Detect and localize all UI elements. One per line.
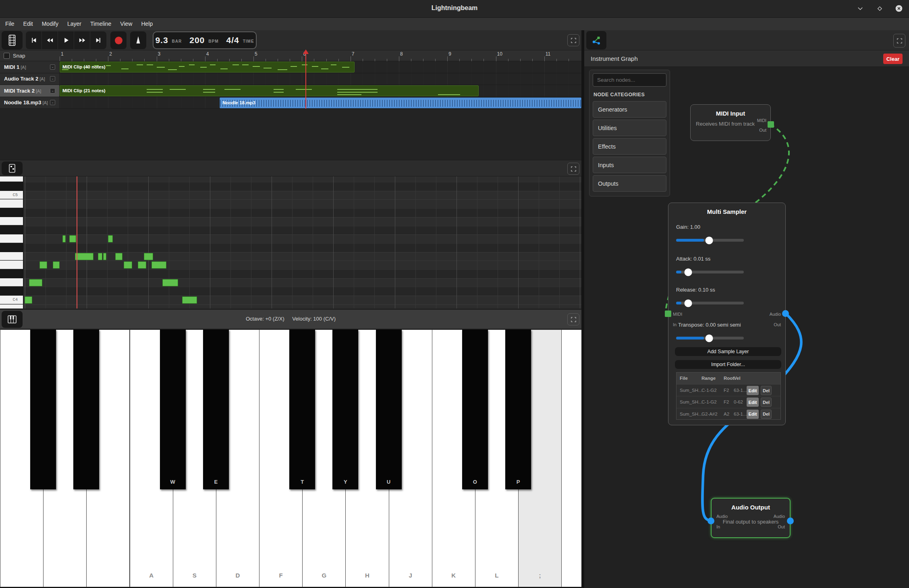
- node-audio-output[interactable]: Audio Output Final output to speakers Au…: [711, 498, 791, 538]
- transpose-slider[interactable]: [676, 337, 744, 340]
- graph-expand-button[interactable]: [893, 34, 905, 48]
- keyboard-expand-button[interactable]: [567, 313, 579, 325]
- track-row[interactable]: Audio Track 2[A]-: [0, 73, 581, 85]
- film-icon[interactable]: [2, 31, 23, 50]
- midi-note[interactable]: [69, 235, 76, 242]
- midi-out-port[interactable]: [768, 121, 774, 128]
- piano-roll-key[interactable]: [0, 176, 23, 182]
- white-key[interactable]: [561, 329, 581, 587]
- audio-out-port[interactable]: [782, 310, 789, 317]
- import-folder-button[interactable]: Import Folder...: [675, 360, 781, 369]
- node-midi-input[interactable]: MIDI Input Receives MIDI from track MIDI…: [690, 104, 771, 141]
- black-key-Y[interactable]: Y: [332, 329, 358, 489]
- track-label-midi-track-2[interactable]: MIDI Track 2[A]-: [0, 85, 60, 97]
- midi-note[interactable]: [144, 253, 153, 260]
- rewind-button[interactable]: [42, 31, 58, 49]
- piano-roll-icon[interactable]: [2, 161, 23, 175]
- piano-roll-key[interactable]: C4: [0, 296, 23, 304]
- release-slider[interactable]: [676, 302, 744, 304]
- midi-note[interactable]: [152, 261, 166, 269]
- track-label-audio-track-2[interactable]: Audio Track 2[A]-: [0, 73, 60, 85]
- timeline-expand-button[interactable]: [567, 34, 579, 46]
- edit-button[interactable]: Edit: [747, 410, 759, 419]
- black-key-W[interactable]: W: [160, 329, 186, 489]
- piano-roll-key[interactable]: [0, 234, 23, 243]
- piano-roll-key[interactable]: [0, 261, 23, 269]
- menu-item-view[interactable]: View: [116, 18, 137, 30]
- midi-note[interactable]: [29, 279, 42, 286]
- close-icon[interactable]: [894, 4, 903, 13]
- node-graph-icon[interactable]: [586, 31, 606, 50]
- black-key-U[interactable]: U: [376, 329, 402, 489]
- piano-roll-playhead[interactable]: [77, 176, 77, 308]
- midi-note[interactable]: [53, 261, 60, 269]
- menu-item-modify[interactable]: Modify: [37, 18, 63, 30]
- tempo-display[interactable]: 9.3 BAR 200 BPM 4/4 TIME: [153, 31, 257, 49]
- search-input[interactable]: [593, 73, 666, 87]
- track-label-midi-1[interactable]: MIDI 1[A]-: [0, 61, 60, 73]
- piano-roll-key-column[interactable]: C5C4: [0, 176, 24, 308]
- track-checkbox[interactable]: -: [50, 88, 55, 93]
- category-button-inputs[interactable]: Inputs: [593, 157, 666, 173]
- slider-thumb[interactable]: [706, 236, 713, 244]
- piano-roll-key[interactable]: C5: [0, 191, 23, 199]
- edit-button[interactable]: Edit: [747, 386, 759, 395]
- audio-out-port[interactable]: [787, 518, 794, 524]
- category-button-utilities[interactable]: Utilities: [593, 120, 666, 136]
- attack-slider[interactable]: [676, 271, 744, 273]
- delete-button[interactable]: Del: [761, 410, 772, 419]
- midi-note[interactable]: [162, 279, 178, 286]
- audio-clip[interactable]: Noodle 18.mp3: [220, 97, 581, 108]
- midi-note[interactable]: [115, 253, 122, 260]
- menu-item-edit[interactable]: Edit: [19, 18, 37, 30]
- piano-roll-expand-button[interactable]: [567, 163, 579, 175]
- skip-end-button[interactable]: [90, 31, 106, 49]
- piano-roll-key[interactable]: [0, 304, 23, 308]
- piano-roll-key[interactable]: [0, 278, 23, 287]
- black-key[interactable]: [73, 329, 99, 489]
- menu-item-layer[interactable]: Layer: [63, 18, 86, 30]
- piano-roll[interactable]: C5C4: [0, 176, 581, 308]
- add-sample-layer-button[interactable]: Add Sample Layer: [675, 347, 781, 356]
- minimize-icon[interactable]: [856, 4, 865, 13]
- midi-clip[interactable]: MIDI Clip (40 notes): [60, 62, 355, 72]
- midi-note[interactable]: [124, 261, 132, 269]
- record-button[interactable]: [110, 31, 127, 49]
- midi-note[interactable]: [182, 296, 197, 304]
- piano-roll-key[interactable]: [0, 217, 23, 226]
- track-label-noodle-18-mp3[interactable]: Noodle 18.mp3[A]-: [0, 97, 60, 109]
- black-key[interactable]: [30, 329, 56, 489]
- midi-note[interactable]: [108, 235, 113, 242]
- track-checkbox[interactable]: -: [50, 64, 55, 70]
- maximize-icon[interactable]: [875, 4, 884, 13]
- node-multi-sampler[interactable]: Multi Sampler Gain: 1.00 Attack: 0.01 ss…: [668, 203, 786, 425]
- midi-note[interactable]: [39, 261, 47, 269]
- midi-note[interactable]: [62, 235, 66, 242]
- clear-button[interactable]: Clear: [883, 54, 903, 64]
- timeline-playhead[interactable]: [305, 50, 306, 109]
- menu-item-help[interactable]: Help: [137, 18, 157, 30]
- pane-divider[interactable]: [581, 30, 584, 588]
- midi-clip[interactable]: MIDI Clip (21 notes): [60, 85, 479, 96]
- menu-item-timeline[interactable]: Timeline: [86, 18, 116, 30]
- category-button-effects[interactable]: Effects: [593, 138, 666, 155]
- track-checkbox[interactable]: -: [50, 76, 55, 81]
- gain-slider[interactable]: [676, 239, 744, 242]
- category-button-outputs[interactable]: Outputs: [593, 175, 666, 192]
- black-key-O[interactable]: O: [462, 329, 488, 489]
- slider-thumb[interactable]: [685, 299, 692, 307]
- fast-forward-button[interactable]: [74, 31, 90, 49]
- midi-note[interactable]: [103, 253, 106, 260]
- delete-button[interactable]: Del: [761, 398, 772, 407]
- skip-start-button[interactable]: [26, 31, 42, 49]
- midi-in-port[interactable]: [665, 311, 671, 317]
- black-key-P[interactable]: P: [505, 329, 531, 489]
- audio-in-port[interactable]: [708, 518, 714, 524]
- timeline-ruler[interactable]: 1234567891011: [0, 50, 581, 61]
- piano-roll-key[interactable]: [0, 199, 23, 208]
- midi-note[interactable]: [98, 253, 102, 260]
- midi-note[interactable]: [138, 261, 146, 269]
- menu-item-file[interactable]: File: [1, 18, 19, 30]
- edit-button[interactable]: Edit: [747, 398, 759, 407]
- metronome-button[interactable]: [130, 31, 146, 49]
